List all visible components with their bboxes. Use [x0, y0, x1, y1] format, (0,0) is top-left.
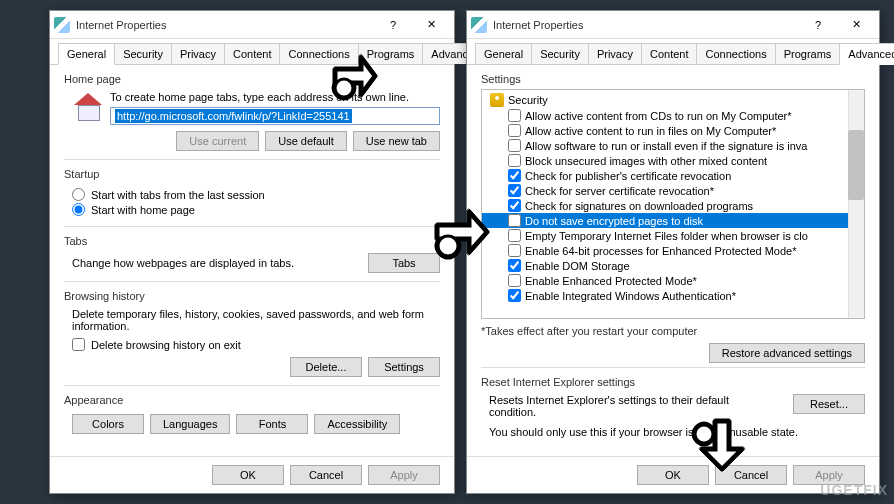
settings-item[interactable]: Enable Integrated Windows Authentication… — [482, 288, 864, 303]
settings-item[interactable]: Allow software to run or install even if… — [482, 138, 864, 153]
tab-security[interactable]: Security — [531, 43, 589, 64]
dialog-body: Settings Security Allow active content f… — [467, 65, 879, 456]
group-reset: Reset Internet Explorer settings Resets … — [481, 376, 865, 442]
settings-item-checkbox[interactable] — [508, 214, 521, 227]
settings-item[interactable]: Do not save encrypted pages to disk — [482, 213, 864, 228]
internet-properties-dialog-advanced: Internet Properties ? ✕ General Security… — [466, 10, 880, 494]
settings-item-label: Check for server certificate revocation* — [525, 185, 714, 197]
settings-item[interactable]: Enable DOM Storage — [482, 258, 864, 273]
tab-content[interactable]: Content — [224, 43, 281, 64]
settings-item[interactable]: Allow active content to run in files on … — [482, 123, 864, 138]
settings-item[interactable]: Check for publisher's certificate revoca… — [482, 168, 864, 183]
languages-button[interactable]: Languages — [150, 414, 230, 434]
home-page-url-field[interactable]: http://go.microsoft.com/fwlink/p/?LinkId… — [110, 107, 440, 125]
settings-item-checkbox[interactable] — [508, 229, 521, 242]
settings-item-checkbox[interactable] — [508, 274, 521, 287]
ok-button[interactable]: OK — [212, 465, 284, 485]
security-node[interactable]: Security — [482, 92, 864, 108]
fonts-button[interactable]: Fonts — [236, 414, 308, 434]
tab-connections[interactable]: Connections — [279, 43, 358, 64]
close-button[interactable]: ✕ — [837, 13, 875, 37]
use-new-tab-button[interactable]: Use new tab — [353, 131, 440, 151]
settings-item-checkbox[interactable] — [508, 169, 521, 182]
ok-button[interactable]: OK — [637, 465, 709, 485]
tab-strip: General Security Privacy Content Connect… — [50, 39, 454, 65]
titlebar: Internet Properties ? ✕ — [467, 11, 879, 39]
window-title: Internet Properties — [76, 19, 374, 31]
settings-item-label: Allow active content to run in files on … — [525, 125, 776, 137]
use-default-button[interactable]: Use default — [265, 131, 347, 151]
tab-security[interactable]: Security — [114, 43, 172, 64]
settings-item[interactable]: Check for signatures on downloaded progr… — [482, 198, 864, 213]
colors-button[interactable]: Colors — [72, 414, 144, 434]
dialog-footer: OK Cancel Apply — [467, 456, 879, 493]
settings-title: Settings — [481, 73, 865, 85]
app-icon — [471, 17, 487, 33]
settings-item-checkbox[interactable] — [508, 139, 521, 152]
settings-item-label: Enable Enhanced Protected Mode* — [525, 275, 697, 287]
settings-tree[interactable]: Security Allow active content from CDs t… — [481, 89, 865, 319]
tab-content[interactable]: Content — [641, 43, 698, 64]
settings-item-checkbox[interactable] — [508, 124, 521, 137]
cancel-button[interactable]: Cancel — [290, 465, 362, 485]
settings-item-checkbox[interactable] — [508, 184, 521, 197]
tab-general[interactable]: General — [58, 43, 115, 65]
settings-item-checkbox[interactable] — [508, 244, 521, 257]
settings-item-label: Enable Integrated Windows Authentication… — [525, 290, 736, 302]
help-button[interactable]: ? — [374, 13, 412, 37]
accessibility-button[interactable]: Accessibility — [314, 414, 400, 434]
appearance-title: Appearance — [64, 394, 440, 406]
scrollbar-thumb[interactable] — [848, 130, 864, 200]
settings-item[interactable]: Empty Temporary Internet Files folder wh… — [482, 228, 864, 243]
cancel-button[interactable]: Cancel — [715, 465, 787, 485]
group-browsing-history: Browsing history Delete temporary files,… — [64, 290, 440, 386]
startup-home-radio[interactable]: Start with home page — [72, 203, 440, 216]
tabs-button[interactable]: Tabs — [368, 253, 440, 273]
settings-item-checkbox[interactable] — [508, 259, 521, 272]
tab-general[interactable]: General — [475, 43, 532, 64]
settings-item-label: Check for signatures on downloaded progr… — [525, 200, 753, 212]
settings-item-checkbox[interactable] — [508, 109, 521, 122]
tab-privacy[interactable]: Privacy — [588, 43, 642, 64]
dialog-body: Home page To create home page tabs, type… — [50, 65, 454, 456]
reset-warning: You should only use this if your browser… — [489, 426, 865, 438]
tab-connections[interactable]: Connections — [696, 43, 775, 64]
settings-item-checkbox[interactable] — [508, 199, 521, 212]
reset-button[interactable]: Reset... — [793, 394, 865, 414]
group-settings: Settings Security Allow active content f… — [481, 73, 865, 368]
group-tabs: Tabs Change how webpages are displayed i… — [64, 235, 440, 282]
tab-programs[interactable]: Programs — [358, 43, 424, 64]
settings-item-label: Enable DOM Storage — [525, 260, 630, 272]
close-button[interactable]: ✕ — [412, 13, 450, 37]
tab-advanced[interactable]: Advanced — [839, 43, 894, 65]
home-page-title: Home page — [64, 73, 440, 85]
use-current-button[interactable]: Use current — [176, 131, 259, 151]
startup-last-session-radio[interactable]: Start with tabs from the last session — [72, 188, 440, 201]
settings-item[interactable]: Check for server certificate revocation* — [482, 183, 864, 198]
tabs-hint: Change how webpages are displayed in tab… — [72, 257, 294, 269]
apply-button[interactable]: Apply — [368, 465, 440, 485]
app-icon — [54, 17, 70, 33]
tab-programs[interactable]: Programs — [775, 43, 841, 64]
settings-item[interactable]: Enable Enhanced Protected Mode* — [482, 273, 864, 288]
restore-advanced-button[interactable]: Restore advanced settings — [709, 343, 865, 363]
scrollbar[interactable] — [848, 90, 864, 318]
tabs-title: Tabs — [64, 235, 440, 247]
settings-item-label: Do not save encrypted pages to disk — [525, 215, 703, 227]
settings-item[interactable]: Allow active content from CDs to run on … — [482, 108, 864, 123]
delete-button[interactable]: Delete... — [290, 357, 362, 377]
delete-on-exit-checkbox[interactable]: Delete browsing history on exit — [72, 338, 440, 351]
help-button[interactable]: ? — [799, 13, 837, 37]
settings-item-checkbox[interactable] — [508, 289, 521, 302]
history-settings-button[interactable]: Settings — [368, 357, 440, 377]
reset-hint: Resets Internet Explorer's settings to t… — [489, 394, 749, 418]
tab-privacy[interactable]: Privacy — [171, 43, 225, 64]
settings-item[interactable]: Enable 64-bit processes for Enhanced Pro… — [482, 243, 864, 258]
startup-title: Startup — [64, 168, 440, 180]
settings-item-checkbox[interactable] — [508, 154, 521, 167]
settings-item[interactable]: Block unsecured images with other mixed … — [482, 153, 864, 168]
home-icon — [72, 91, 104, 123]
internet-properties-dialog-general: Internet Properties ? ✕ General Security… — [49, 10, 455, 494]
history-title: Browsing history — [64, 290, 440, 302]
tab-strip: General Security Privacy Content Connect… — [467, 39, 879, 65]
